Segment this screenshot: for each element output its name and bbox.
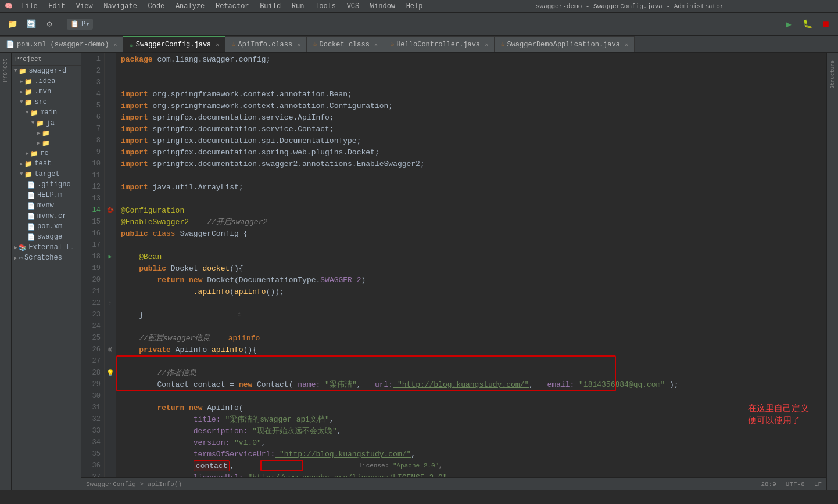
menu-run[interactable]: Run bbox=[288, 2, 308, 10]
import3: springfox.documentation.service.ApiInfo; bbox=[148, 113, 334, 122]
g11 bbox=[105, 170, 116, 181]
tab-pom-close[interactable]: ✕ bbox=[113, 41, 117, 48]
ln-27: 27 bbox=[85, 355, 101, 367]
code-line-28: //作者信息 bbox=[121, 367, 826, 379]
tree-item-extlibs[interactable]: ▶ 📚 External Lib bbox=[12, 242, 81, 253]
code-container[interactable]: 1 2 3 4 5 6 7 8 9 10 11 12 13 14 15 16 1… bbox=[81, 53, 826, 477]
g28-bulb[interactable]: 💡 bbox=[105, 367, 116, 379]
tree-icon: 📁 bbox=[42, 139, 50, 147]
menu-code[interactable]: Code bbox=[144, 2, 168, 10]
ln-4: 4 bbox=[85, 88, 101, 100]
cls-doctype: DocumentationType bbox=[239, 276, 316, 285]
sidebar-header: Project bbox=[12, 53, 81, 66]
tree-item-pomxml[interactable]: 📄 pom.xm bbox=[12, 221, 81, 232]
g13 bbox=[105, 193, 116, 204]
code-line-21: .apiInfo(apiInfo()); bbox=[121, 286, 826, 297]
stop-btn[interactable]: ⏹ bbox=[818, 17, 833, 32]
tree-item-scratches[interactable]: ▶ ✂️ Scratches bbox=[12, 253, 81, 263]
tree-item-swagger[interactable]: 📄 swagge bbox=[12, 232, 81, 242]
menu-build[interactable]: Build bbox=[256, 2, 284, 10]
sync-btn[interactable]: 🔄 bbox=[23, 17, 38, 32]
tree-item-idea[interactable]: ▶ 📁 .idea bbox=[12, 76, 81, 87]
tab-pom[interactable]: 📄 pom.xml (swagger-demo) ✕ bbox=[0, 36, 123, 52]
g14-bean[interactable]: 🫘 bbox=[105, 204, 116, 216]
tree-icon: 📁 bbox=[24, 78, 33, 85]
tab-hello[interactable]: ☕ HelloController.java ✕ bbox=[384, 36, 495, 52]
str-desc: "现在开始永远不会太晚" bbox=[248, 426, 336, 436]
tree-icon: 📄 bbox=[27, 213, 35, 220]
tree-item-main[interactable]: ▼ 📁 main bbox=[12, 107, 81, 118]
ln-22: 22 bbox=[85, 297, 101, 309]
bottom-bar: SwaggerConfig > apiInfo() 28:9 UTF-8 LF bbox=[81, 477, 826, 490]
project-selector[interactable]: 📋 P▾ bbox=[67, 19, 93, 30]
cls-contact: Contact bbox=[121, 380, 189, 389]
tab-apiinfo[interactable]: ☕ ApiInfo.class ✕ bbox=[225, 36, 307, 52]
tree-item-pkg2[interactable]: ▶ 📁 bbox=[12, 138, 81, 148]
g1 bbox=[105, 53, 116, 65]
tree-item-mvn[interactable]: ▶ 📁 .mvn bbox=[12, 87, 81, 97]
menu-navigate[interactable]: Navigate bbox=[100, 2, 141, 10]
tree-item-mvnwcmd[interactable]: 📄 mvnw.cr bbox=[12, 211, 81, 221]
menu-help[interactable]: Help bbox=[403, 2, 427, 10]
menu-view[interactable]: View bbox=[73, 2, 96, 10]
tree-icon: 📄 bbox=[27, 192, 35, 199]
tab-swaggerconfig-close[interactable]: ✕ bbox=[216, 41, 219, 48]
menu-refactor[interactable]: Refactor bbox=[212, 2, 253, 10]
tab-swaggerdemo-close[interactable]: ✕ bbox=[625, 41, 628, 48]
tree-item-src[interactable]: ▼ 📁 src bbox=[12, 97, 81, 107]
param-licenseurl: licenseUrl: bbox=[121, 473, 243, 478]
structure-tool-btn[interactable]: Structure bbox=[829, 58, 837, 91]
tree-item-target[interactable]: ▼ 📁 target bbox=[12, 169, 81, 179]
g18-arrow[interactable]: ▶ bbox=[105, 251, 116, 262]
tree-item-java[interactable]: ▼ 📁 ja bbox=[12, 118, 81, 128]
menu-analyze[interactable]: Analyze bbox=[172, 2, 208, 10]
tab-docket[interactable]: ☕ Docket class ✕ bbox=[307, 36, 384, 52]
tree-item-gitignore[interactable]: 📄 .gitigno bbox=[12, 179, 81, 190]
tree-item-pkg1[interactable]: ▶ 📁 bbox=[12, 128, 81, 138]
tab-swaggerdemo[interactable]: ☕ SwaggerDemoApplication.java ✕ bbox=[495, 36, 635, 52]
g26-at[interactable]: @ bbox=[105, 344, 116, 355]
import6: springfox.documentation.spring.web.plugi… bbox=[148, 148, 379, 157]
ln-34: 34 bbox=[85, 437, 101, 448]
tab-swaggerconfig[interactable]: ☕ SwaggerConfig.java ✕ bbox=[123, 36, 225, 52]
project-tool-btn[interactable]: Project bbox=[0, 53, 11, 87]
tree-item-resources[interactable]: ▶ 📁 re bbox=[12, 148, 81, 159]
tab-docket-close[interactable]: ✕ bbox=[374, 41, 378, 48]
ln-37: 37 bbox=[85, 471, 101, 477]
tab-apiinfo-icon: ☕ bbox=[231, 40, 235, 49]
kw-import6: import bbox=[121, 148, 148, 157]
g36 bbox=[105, 460, 116, 471]
sep1 bbox=[62, 19, 62, 30]
tab-apiinfo-close[interactable]: ✕ bbox=[297, 41, 300, 48]
pkg-path: com.liang.swagger.config; bbox=[153, 55, 271, 64]
tree-item-help[interactable]: 📄 HELP.m bbox=[12, 190, 81, 200]
code-line-18: @Bean bbox=[121, 251, 826, 262]
menu-vcs[interactable]: VCS bbox=[343, 2, 363, 10]
tab-hello-close[interactable]: ✕ bbox=[485, 41, 488, 48]
g5 bbox=[105, 100, 116, 111]
menu-tools[interactable]: Tools bbox=[311, 2, 339, 10]
project-icon[interactable]: 📁 bbox=[5, 17, 20, 32]
ln-10: 10 bbox=[85, 158, 101, 170]
tab-hello-label: HelloController.java bbox=[396, 41, 480, 49]
kw-class: class bbox=[153, 229, 176, 238]
cls-docket: Docket bbox=[166, 264, 198, 273]
settings-btn[interactable]: ⚙️ bbox=[42, 17, 57, 32]
code-line-1: package com.liang.swagger.config; bbox=[121, 53, 826, 65]
tree-arrow: ▶ bbox=[20, 78, 23, 85]
kw-private: private bbox=[121, 345, 171, 354]
menu-file[interactable]: File bbox=[17, 2, 41, 10]
fold-icon[interactable]: ↕ bbox=[108, 300, 112, 307]
tree-item-mvnw[interactable]: 📄 mvnw bbox=[12, 200, 81, 211]
menu-window[interactable]: Window bbox=[367, 2, 399, 10]
tree-item-root[interactable]: ▼ 📁 swagger-d bbox=[12, 66, 81, 76]
tree-item-test[interactable]: ▶ 📁 test bbox=[12, 159, 81, 169]
tree-arrow: ▼ bbox=[20, 99, 23, 105]
code-line-5: import org.springframework.context.annot… bbox=[121, 100, 826, 111]
project-tree[interactable]: ▼ 📁 swagger-d ▶ 📁 .idea ▶ 📁 .mvn ▼ 📁 src… bbox=[12, 66, 81, 490]
kw-return: return bbox=[121, 276, 184, 285]
run-btn[interactable]: ▶ bbox=[781, 17, 796, 32]
debug-btn[interactable]: 🐛 bbox=[800, 17, 815, 32]
g17 bbox=[105, 239, 116, 251]
menu-edit[interactable]: Edit bbox=[45, 2, 69, 10]
